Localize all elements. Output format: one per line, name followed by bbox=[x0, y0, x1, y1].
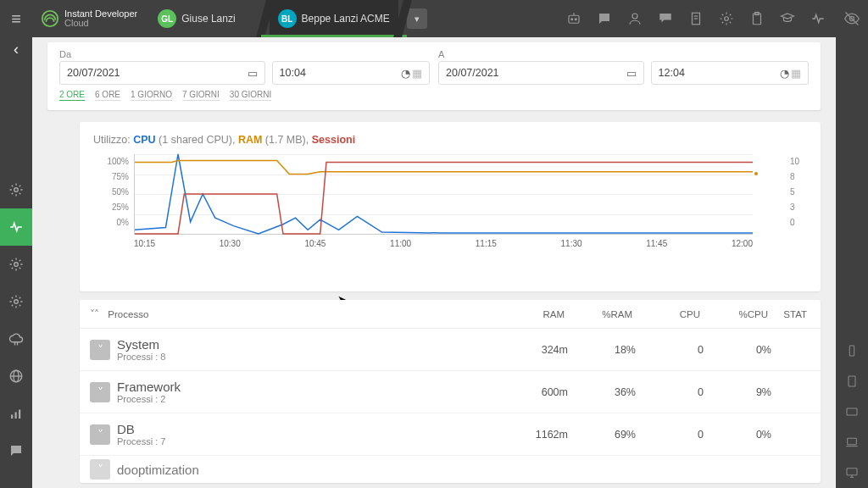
usage-chart-card: Utilizzo: CPU (1 shared CPU), RAM (1.7 M… bbox=[80, 122, 821, 291]
cell-cpu: 0 bbox=[636, 429, 704, 441]
nav-chart[interactable] bbox=[0, 395, 32, 432]
x-axis: 10:1510:3010:4511:0011:1511:3011:4512:00 bbox=[134, 239, 753, 248]
quick-30d[interactable]: 30 GIORNI bbox=[230, 90, 271, 101]
cell-ram: 600m bbox=[500, 386, 568, 398]
th-stat[interactable]: STAT bbox=[771, 309, 810, 319]
svg-point-5 bbox=[632, 14, 637, 19]
brand-line2: Cloud bbox=[64, 19, 137, 28]
svg-rect-1 bbox=[569, 15, 579, 23]
svg-point-14 bbox=[14, 300, 19, 304]
quick-range-links: 2 ORE 6 ORE 1 GIORNO 7 GIORNI 30 GIORNI bbox=[59, 90, 809, 101]
quick-7d[interactable]: 7 GIORNI bbox=[182, 90, 220, 101]
grid-icon[interactable]: ▦ bbox=[791, 67, 801, 80]
main-content: Da 20/07/2021▭ 10:04◔ ▦ A 20/07/2021▭ 12… bbox=[32, 37, 836, 488]
nav-gear-1[interactable] bbox=[0, 171, 32, 208]
menu-icon[interactable]: ≡ bbox=[0, 0, 32, 37]
pulse-icon[interactable] bbox=[810, 11, 826, 26]
nav-globe[interactable] bbox=[0, 358, 32, 395]
y-axis-left: 100%75%50%25%0% bbox=[93, 154, 129, 230]
nav-monitoring[interactable] bbox=[0, 208, 32, 246]
quick-2h[interactable]: 2 ORE bbox=[59, 90, 85, 101]
chart-plot[interactable] bbox=[134, 154, 753, 235]
expand-icon[interactable]: ˅ bbox=[90, 459, 110, 480]
svg-rect-25 bbox=[849, 346, 854, 356]
table-row[interactable]: ˅ SystemProcessi : 8 324m 18% 0 0% bbox=[80, 329, 821, 371]
nav-gear-3[interactable] bbox=[0, 283, 32, 320]
from-time-input[interactable]: 10:04◔ ▦ bbox=[272, 61, 430, 85]
device-phone-icon[interactable] bbox=[836, 336, 868, 366]
expand-icon[interactable]: ˅ bbox=[90, 382, 110, 402]
svg-rect-30 bbox=[847, 469, 857, 475]
receipt-icon[interactable] bbox=[688, 11, 704, 26]
process-name: dooptimization bbox=[117, 463, 199, 477]
quick-6h[interactable]: 6 ORE bbox=[95, 90, 120, 101]
process-name: System bbox=[117, 337, 500, 352]
th-ram[interactable]: RAM bbox=[500, 309, 568, 319]
process-sub: Processi : 8 bbox=[117, 352, 500, 362]
expand-icon[interactable]: ˅ bbox=[90, 424, 110, 445]
date-filter-card: Da 20/07/2021▭ 10:04◔ ▦ A 20/07/2021▭ 12… bbox=[47, 42, 821, 110]
user-name: Giuse Lanzi bbox=[181, 13, 235, 25]
cell-cpu: 0 bbox=[636, 344, 704, 356]
cell-cpupct: 0% bbox=[704, 344, 771, 356]
table-row[interactable]: ˅ DBProcessi : 7 1162m 69% 0 0% bbox=[80, 413, 821, 456]
calendar-icon: ▭ bbox=[248, 67, 258, 80]
to-date-input[interactable]: 20/07/2021▭ bbox=[438, 61, 644, 85]
process-table: ˅ ˄ Processo RAM %RAM CPU %CPU STAT ˅ Sy… bbox=[80, 300, 821, 483]
nav-cloud[interactable] bbox=[0, 320, 32, 358]
cell-ram: 1162m bbox=[500, 429, 568, 441]
th-rampct[interactable]: %RAM bbox=[568, 309, 636, 319]
device-laptop-icon[interactable] bbox=[836, 427, 868, 458]
left-nav: ‹ bbox=[0, 37, 32, 488]
user-tab-0[interactable]: GL Giuse Lanzi bbox=[158, 9, 235, 28]
from-date-input[interactable]: 20/07/2021▭ bbox=[59, 61, 265, 85]
user-tab-1[interactable]: BL Beppe Lanzi ACME bbox=[270, 0, 398, 37]
y-axis-right: 108530 bbox=[790, 154, 807, 230]
grid-icon[interactable]: ▦ bbox=[412, 67, 422, 80]
back-button[interactable]: ‹ bbox=[0, 37, 32, 61]
eye-off-icon[interactable] bbox=[843, 0, 860, 37]
table-row[interactable]: ˅ FrameworkProcessi : 2 600m 36% 0 9% bbox=[80, 371, 821, 413]
bot-icon[interactable] bbox=[566, 11, 581, 26]
device-tablet-p-icon[interactable] bbox=[836, 366, 868, 396]
clock-icon: ◔ bbox=[401, 67, 410, 80]
th-cpu[interactable]: CPU bbox=[636, 309, 704, 319]
process-name: DB bbox=[117, 422, 500, 436]
sort-toggle[interactable]: ˅ ˄ bbox=[90, 308, 97, 320]
gear-icon[interactable] bbox=[719, 11, 734, 26]
user-name: Beppe Lanzi ACME bbox=[302, 13, 390, 25]
clipboard-icon[interactable] bbox=[749, 11, 765, 26]
cell-rampct: 36% bbox=[568, 386, 636, 398]
speech-bubble-icon[interactable] bbox=[658, 11, 673, 26]
brand-logo[interactable]: Instant Developer Cloud bbox=[32, 9, 146, 28]
svg-rect-26 bbox=[849, 376, 855, 386]
graduate-icon[interactable] bbox=[780, 11, 795, 26]
chat-icon[interactable] bbox=[597, 11, 612, 26]
table-row[interactable]: ˅ dooptimization bbox=[80, 456, 821, 483]
cell-rampct: 69% bbox=[568, 429, 636, 441]
user-dropdown-button[interactable]: ▾ bbox=[407, 8, 427, 29]
chart-title: Utilizzo: CPU (1 shared CPU), RAM (1.7 M… bbox=[93, 134, 807, 146]
cell-rampct: 18% bbox=[568, 344, 636, 356]
cell-ram: 324m bbox=[500, 344, 568, 356]
avatar: BL bbox=[278, 9, 297, 28]
expand-icon[interactable]: ˅ bbox=[90, 340, 110, 360]
to-time-input[interactable]: 12:04◔ ▦ bbox=[651, 61, 809, 85]
device-tablet-l-icon[interactable] bbox=[836, 396, 868, 427]
process-sub: Processi : 7 bbox=[117, 436, 500, 446]
cell-cpu: 0 bbox=[636, 386, 704, 398]
to-label: A bbox=[438, 49, 809, 59]
svg-point-2 bbox=[571, 19, 573, 20]
svg-point-9 bbox=[725, 17, 729, 21]
fingerprint-icon bbox=[41, 9, 59, 28]
th-process[interactable]: Processo bbox=[104, 309, 500, 319]
nav-comment[interactable] bbox=[0, 432, 32, 469]
th-cpupct[interactable]: %CPU bbox=[704, 309, 771, 319]
nav-gear-2[interactable] bbox=[0, 246, 32, 283]
device-desktop-icon[interactable] bbox=[836, 458, 868, 488]
person-icon[interactable] bbox=[627, 11, 643, 26]
svg-rect-22 bbox=[19, 410, 20, 419]
ram-last-point bbox=[754, 172, 758, 175]
quick-1d[interactable]: 1 GIORNO bbox=[131, 90, 172, 101]
cell-cpupct: 0% bbox=[704, 429, 771, 441]
